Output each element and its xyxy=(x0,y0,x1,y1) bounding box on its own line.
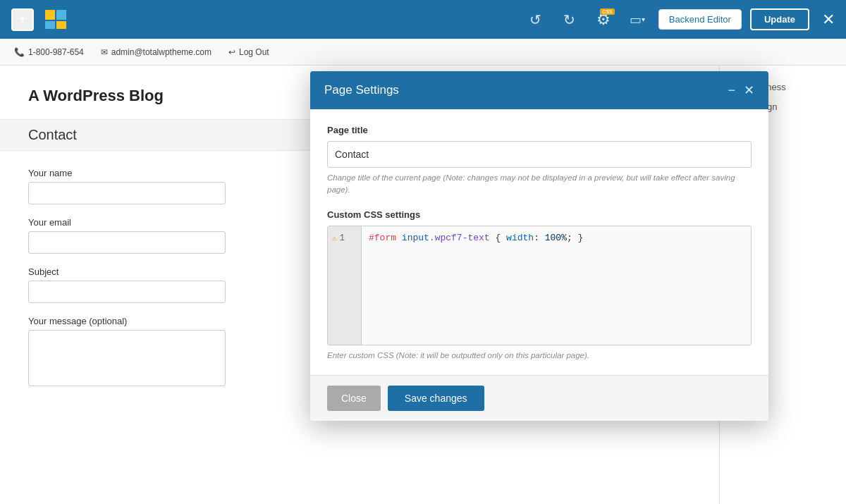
warning-icon: ⚠ xyxy=(332,233,337,242)
css-space4 xyxy=(539,233,545,243)
line-number-1: ⚠ 1 xyxy=(328,231,361,246)
modal-header: Page Settings − ✕ xyxy=(310,71,768,109)
css-colon: : xyxy=(534,233,539,243)
css-space1 xyxy=(396,233,402,243)
page-title-hint: Change title of the current page (Note: … xyxy=(327,172,752,197)
css-value: 100% xyxy=(545,233,567,243)
css-space5 xyxy=(572,233,578,243)
redo-icon: ↻ xyxy=(563,11,575,28)
phone-number: 1-800-987-654 xyxy=(28,47,84,57)
page-title-input[interactable] xyxy=(327,141,752,168)
css-open-brace: { xyxy=(495,233,501,243)
modal-footer: Close Save changes xyxy=(310,375,768,421)
modal-body: Page title Change title of the current p… xyxy=(310,109,768,375)
svg-rect-2 xyxy=(45,21,55,29)
logout-label: Log Out xyxy=(239,47,269,57)
page-title-label: Page title xyxy=(327,125,752,135)
device-preview-button[interactable]: ▭ ▾ xyxy=(625,7,650,32)
code-gutter: ⚠ 1 xyxy=(328,226,362,345)
logo xyxy=(45,10,68,30)
css-class: .wpcf7-text xyxy=(429,233,490,243)
css-property: width xyxy=(506,233,534,243)
css-semicolon: ; xyxy=(567,233,572,243)
page-content: A WordPress Blog Contact Your name Your … xyxy=(0,66,846,504)
modal-overlay: Page Settings − ✕ Page title Change titl… xyxy=(0,66,846,504)
settings-button[interactable]: ⚙ CSS xyxy=(591,7,616,32)
css-space2 xyxy=(490,233,496,243)
modal-close-button[interactable]: ✕ xyxy=(744,82,754,98)
update-button[interactable]: Update xyxy=(750,8,809,30)
css-settings-label: Custom CSS settings xyxy=(327,209,752,220)
svg-rect-0 xyxy=(45,10,55,20)
phone-item: 📞 1-800-987-654 xyxy=(14,47,84,57)
line-num-text: 1 xyxy=(340,233,345,243)
toolbar-close-button[interactable]: ✕ xyxy=(822,11,835,29)
add-element-button[interactable]: + xyxy=(11,8,34,31)
code-content[interactable]: #form input .wpcf7-text { width : 100% xyxy=(362,226,751,345)
device-icon: ▭ xyxy=(630,12,642,27)
modal-minimize-button[interactable]: − xyxy=(728,83,735,98)
css-element: input xyxy=(402,233,429,243)
modal-title: Page Settings xyxy=(324,83,399,97)
css-hint: Enter custom CSS (Note: it will be outpu… xyxy=(327,351,752,359)
admin-bar: 📞 1-800-987-654 ✉ admin@totalwptheme.com… xyxy=(0,39,846,66)
svg-rect-3 xyxy=(56,21,66,29)
close-button[interactable]: Close xyxy=(327,386,381,411)
css-code-editor[interactable]: ⚠ 1 #form input .wpcf7-text { xyxy=(327,226,752,345)
backend-editor-button[interactable]: Backend Editor xyxy=(658,9,742,30)
css-close-brace: } xyxy=(578,233,584,243)
css-code-line: #form input .wpcf7-text { width : 100% xyxy=(369,231,744,246)
css-badge: CSS xyxy=(600,8,614,15)
undo-button[interactable]: ↺ xyxy=(523,7,548,32)
modal-header-actions: − ✕ xyxy=(728,82,754,98)
logout-icon: ↩ xyxy=(228,47,235,57)
undo-icon: ↺ xyxy=(529,11,541,28)
svg-rect-1 xyxy=(56,10,66,20)
css-selector: #form xyxy=(369,233,396,243)
phone-icon: 📞 xyxy=(14,47,25,57)
logout-item[interactable]: ↩ Log Out xyxy=(228,47,269,57)
save-changes-button[interactable]: Save changes xyxy=(388,386,484,411)
page-settings-modal: Page Settings − ✕ Page title Change titl… xyxy=(310,71,768,421)
redo-button[interactable]: ↻ xyxy=(557,7,582,32)
css-space3 xyxy=(501,233,506,243)
email-icon: ✉ xyxy=(101,47,108,57)
chevron-down-icon: ▾ xyxy=(642,16,645,23)
toolbar: + ↺ ↻ ⚙ CSS ▭ ▾ Backend Editor Update ✕ xyxy=(0,0,846,39)
email-address: admin@totalwptheme.com xyxy=(111,47,212,57)
email-item: ✉ admin@totalwptheme.com xyxy=(101,47,212,57)
